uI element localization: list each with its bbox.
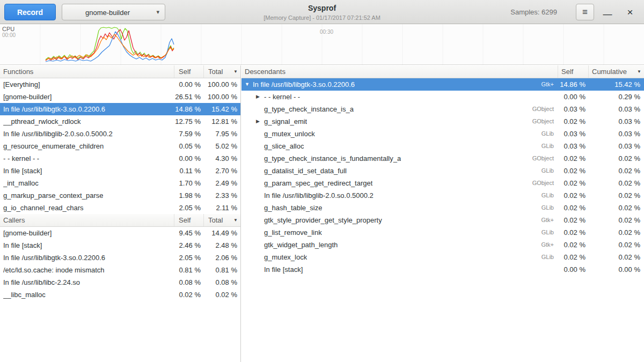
table-row[interactable]: In file /usr/lib/libgtk-3.so.0.2200.62.0…: [0, 252, 240, 264]
functions-table: Functions Self Total ▼ [Everything]0.00 …: [0, 65, 240, 214]
column-header-total[interactable]: Total ▼: [204, 65, 240, 78]
total-percent: 2.11 %: [204, 202, 240, 214]
column-header-descendants[interactable]: Descendants: [241, 65, 558, 78]
tree-row[interactable]: gtk_style_provider_get_style_propertyGtk…: [241, 214, 644, 226]
table-row[interactable]: g_resource_enumerate_children0.05 %5.02 …: [0, 140, 240, 152]
descendant-name-cell: ▼In file /usr/lib/libgtk-3.so.0.2200.6Gt…: [241, 78, 558, 91]
tree-row[interactable]: g_datalist_id_set_data_fullGLib0.02 %0.0…: [241, 165, 644, 177]
tree-row[interactable]: g_param_spec_get_redirect_targetGObject0…: [241, 177, 644, 189]
table-row[interactable]: - - kernel - -0.00 %4.30 %: [0, 152, 240, 165]
process-selector-value: gnome-builder: [62, 9, 153, 17]
descendant-name-cell: g_mutex_unlockGLib: [241, 128, 558, 140]
cumulative-percent: 0.02 %: [589, 189, 644, 202]
samples-count: Samples: 6299: [510, 8, 557, 16]
tree-row[interactable]: ▶g_signal_emitGObject0.02 %0.03 %: [241, 115, 644, 128]
table-row[interactable]: In file /usr/lib/libc-2.24.so0.08 %0.08 …: [0, 276, 240, 289]
function-name: g_param_spec_get_redirect_target: [264, 177, 372, 189]
window-subtitle: [Memory Capture] - 01/17/2017 07:21:52 A…: [172, 14, 472, 21]
tree-row[interactable]: g_slice_allocGLib0.03 %0.03 %: [241, 140, 644, 152]
cumulative-percent: 0.29 %: [589, 91, 644, 103]
total-percent: 0.08 %: [204, 276, 240, 289]
self-percent: 0.00 %: [558, 263, 589, 276]
library-tag: GLib: [541, 140, 558, 152]
timeline-tick-mid: 00:30: [320, 29, 333, 35]
function-name: In file [stack]: [0, 165, 174, 177]
table-row[interactable]: /etc/ld.so.cache: inode mismatch0.81 %0.…: [0, 264, 240, 276]
function-name: g_list_remove_link: [264, 226, 322, 239]
column-header-self[interactable]: Self: [174, 65, 204, 78]
table-row[interactable]: In file [stack]0.11 %2.70 %: [0, 165, 240, 177]
tree-row[interactable]: In file [stack]0.00 %0.00 %: [241, 263, 644, 276]
library-tag: GObject: [532, 152, 558, 165]
total-percent: 5.02 %: [204, 140, 240, 152]
table-row[interactable]: __libc_malloc0.02 %0.02 %: [0, 289, 240, 301]
column-header-cumulative-label: Cumulative: [592, 68, 627, 76]
function-name: [gnome-builder]: [0, 91, 174, 103]
expander-closed-icon[interactable]: ▶: [256, 115, 264, 128]
table-row[interactable]: [Everything]0.00 %100.00 %: [0, 78, 240, 91]
function-name: [gnome-builder]: [0, 227, 174, 239]
column-header-functions[interactable]: Functions: [0, 65, 174, 78]
expander-closed-icon[interactable]: ▶: [256, 91, 264, 103]
column-header-self[interactable]: Self: [174, 214, 204, 226]
descendant-name-cell: g_list_remove_linkGLib: [241, 226, 558, 239]
column-header-callers[interactable]: Callers: [0, 214, 174, 226]
tree-row[interactable]: g_type_check_instance_is_aGObject0.03 %0…: [241, 103, 644, 115]
column-header-self[interactable]: Self: [558, 65, 589, 78]
table-row[interactable]: In file [stack]2.46 %2.48 %: [0, 239, 240, 252]
cumulative-percent: 0.02 %: [589, 152, 644, 165]
function-name: [Everything]: [0, 78, 174, 91]
sort-indicator-icon: ▼: [233, 69, 238, 74]
tree-row[interactable]: g_mutex_lockGLib0.02 %0.02 %: [241, 251, 644, 263]
minimize-icon: —: [603, 9, 612, 20]
table-row[interactable]: __pthread_rwlock_rdlock12.75 %12.81 %: [0, 115, 240, 128]
cumulative-percent: 15.42 %: [589, 78, 644, 91]
record-button[interactable]: Record: [4, 4, 56, 20]
table-row[interactable]: In file /usr/lib/libgtk-3.so.0.2200.614.…: [0, 103, 240, 115]
cumulative-percent: 0.02 %: [589, 165, 644, 177]
descendants-table-body: ▼In file /usr/lib/libgtk-3.so.0.2200.6Gt…: [241, 78, 644, 276]
self-percent: 0.02 %: [558, 239, 589, 251]
descendants-table-header: Descendants Self Cumulative ▼: [241, 65, 644, 78]
close-button[interactable]: ×: [621, 4, 639, 20]
descendant-name-cell: g_type_check_instance_is_aGObject: [241, 103, 558, 115]
self-percent: 0.00 %: [174, 78, 204, 91]
function-name: g_resource_enumerate_children: [0, 140, 174, 152]
tree-row[interactable]: ▼In file /usr/lib/libgtk-3.so.0.2200.6Gt…: [241, 78, 644, 91]
descendant-name-cell: g_hash_table_sizeGLib: [241, 202, 558, 214]
process-selector-dropdown[interactable]: gnome-builder ▾: [62, 4, 165, 20]
self-percent: 12.75 %: [174, 115, 204, 128]
tree-row[interactable]: g_hash_table_sizeGLib0.02 %0.02 %: [241, 202, 644, 214]
column-header-total[interactable]: Total ▼: [204, 214, 240, 226]
table-row[interactable]: [gnome-builder]26.51 %100.00 %: [0, 91, 240, 103]
tree-row[interactable]: g_list_remove_linkGLib0.02 %0.02 %: [241, 226, 644, 239]
tree-row[interactable]: In file /usr/lib/libglib-2.0.so.0.5000.2…: [241, 189, 644, 202]
table-row[interactable]: _int_malloc1.70 %2.49 %: [0, 177, 240, 189]
menu-button[interactable]: ≡: [576, 4, 594, 20]
descendant-name-cell: g_datalist_id_set_data_fullGLib: [241, 165, 558, 177]
total-percent: 2.70 %: [204, 165, 240, 177]
tree-row[interactable]: ▶- - kernel - -0.00 %0.29 %: [241, 91, 644, 103]
function-name: g_slice_alloc: [264, 140, 304, 152]
table-row[interactable]: g_io_channel_read_chars2.05 %2.11 %: [0, 202, 240, 214]
hamburger-icon: ≡: [582, 7, 588, 17]
cpu-usage-chart[interactable]: CPU 00:00 00:30: [0, 24, 644, 65]
function-name: - - kernel - -: [264, 91, 300, 103]
total-percent: 14.49 %: [204, 227, 240, 239]
table-row[interactable]: [gnome-builder]9.45 %14.49 %: [0, 227, 240, 239]
self-percent: 0.00 %: [174, 152, 204, 165]
function-name: _int_malloc: [0, 177, 174, 189]
tree-row[interactable]: g_mutex_unlockGLib0.03 %0.03 %: [241, 128, 644, 140]
right-pane: Descendants Self Cumulative ▼ ▼In file /…: [241, 65, 644, 362]
function-name: gtk_style_provider_get_style_property: [264, 214, 382, 226]
table-row[interactable]: In file /usr/lib/libglib-2.0.so.0.5000.2…: [0, 128, 240, 140]
library-tag: GLib: [541, 128, 558, 140]
column-header-cumulative[interactable]: Cumulative ▼: [589, 65, 644, 78]
tree-row[interactable]: g_type_check_instance_is_fundamentally_a…: [241, 152, 644, 165]
table-row[interactable]: g_markup_parse_context_parse1.98 %2.33 %: [0, 189, 240, 202]
tree-row[interactable]: gtk_widget_path_lengthGtk+0.02 %0.02 %: [241, 239, 644, 251]
self-percent: 0.02 %: [558, 115, 589, 128]
minimize-button[interactable]: —: [599, 4, 616, 20]
expander-open-icon[interactable]: ▼: [245, 78, 253, 91]
descendants-table: Descendants Self Cumulative ▼ ▼In file /…: [241, 65, 644, 276]
